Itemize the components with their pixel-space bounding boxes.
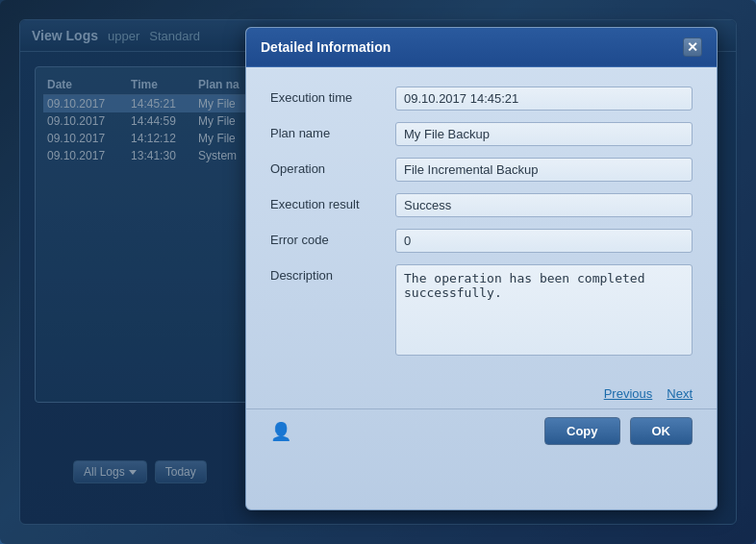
execution-time-row: Execution time 09.10.2017 14:45:21 [270, 87, 693, 111]
execution-result-label: Execution result [270, 193, 395, 211]
plan-name-value: My File Backup [395, 122, 693, 146]
error-code-label: Error code [270, 229, 395, 247]
execution-time-value: 09.10.2017 14:45:21 [395, 87, 693, 111]
error-code-row: Error code 0 [270, 229, 693, 253]
plan-name-row: Plan name My File Backup [270, 122, 693, 146]
modal-close-button[interactable]: ✕ [683, 37, 702, 57]
operation-label: Operation [270, 158, 395, 176]
plan-name-label: Plan name [270, 122, 395, 140]
description-row: Description [270, 264, 693, 356]
execution-result-row: Execution result Success [270, 193, 693, 217]
modal-footer: 👤 Copy OK [246, 408, 717, 453]
description-label: Description [270, 264, 395, 283]
copy-button[interactable]: Copy [544, 417, 620, 445]
next-link[interactable]: Next [667, 386, 693, 401]
execution-result-value: Success [395, 193, 693, 217]
operation-value: File Incremental Backup [395, 158, 693, 182]
modal-title: Detailed Information [261, 39, 391, 55]
modal-nav: Previous Next [246, 382, 717, 408]
operation-row: Operation File Incremental Backup [270, 158, 693, 182]
previous-link[interactable]: Previous [604, 386, 653, 401]
user-icon: 👤 [270, 421, 291, 442]
ok-button[interactable]: OK [630, 417, 693, 445]
description-value[interactable] [395, 264, 693, 356]
modal-body: Execution time 09.10.2017 14:45:21 Plan … [246, 67, 717, 382]
error-code-value: 0 [395, 229, 693, 253]
modal-titlebar: Detailed Information ✕ [246, 28, 717, 67]
footer-buttons: Copy OK [544, 417, 693, 445]
execution-time-label: Execution time [270, 87, 395, 105]
modal-dialog: Detailed Information ✕ Execution time 09… [245, 27, 718, 510]
